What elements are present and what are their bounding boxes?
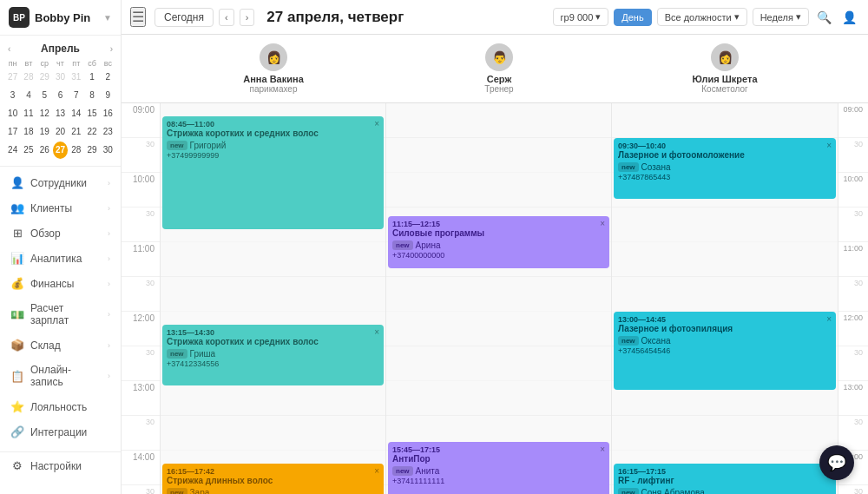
today-btn[interactable]: Сегодня	[155, 8, 214, 27]
staff-avatar-1: 👨	[485, 43, 513, 71]
appointment-b1[interactable]: 11:15—12:15 Силовые программы new Арина …	[388, 216, 609, 268]
sidebar-item-salary[interactable]: 💵 Расчет зарплат ›	[0, 296, 121, 333]
rtime-1230: 30	[838, 346, 868, 381]
sidebar-title: Bobby Pin	[35, 11, 90, 24]
staff-name-1: Серж	[487, 74, 511, 84]
sidebar-item-booking-label: Онлайн-запись	[30, 364, 102, 388]
sidebar-item-integrations[interactable]: 🔗 Интеграции	[0, 419, 121, 445]
sidebar-item-analytics[interactable]: 📊 Аналитика ›	[0, 246, 121, 271]
apt-close-a1[interactable]: ×	[374, 119, 379, 128]
apt-service-b2: АнтиПор	[392, 454, 605, 464]
apt-close-c1[interactable]: ×	[826, 141, 832, 150]
rtime-1130: 30	[838, 277, 868, 312]
apt-close-c2[interactable]: ×	[826, 314, 832, 324]
warehouse-chevron-icon: ›	[108, 341, 110, 350]
hamburger-btn[interactable]: ☰	[130, 7, 146, 27]
analytics-chevron-icon: ›	[108, 254, 110, 263]
toolbar: ☰ Сегодня ‹ › 27 апреля, четверг гр9 000…	[122, 0, 868, 35]
finance-chevron-icon: ›	[108, 280, 110, 288]
apt-phone-b2: +37411111111	[392, 477, 605, 485]
sidebar-item-salary-label: Расчет зарплат	[30, 302, 102, 326]
mini-cal-next-btn[interactable]: ›	[108, 43, 115, 55]
apt-phone-a1: +37499999999	[167, 151, 379, 160]
salary-chevron-icon: ›	[108, 310, 110, 319]
sidebar-item-settings[interactable]: ⚙ Настройки	[0, 451, 121, 478]
mini-cal-days: 27 28 29 30 31 1 2 3 4 5 6 7 8 9 10 11 1…	[5, 69, 115, 159]
apt-service-c2: Лазерное и фотоэпиляция	[618, 324, 832, 334]
time-1130: 30	[122, 277, 160, 312]
appointment-b2[interactable]: 15:45—17:15 АнтиПор new Анита +374111111…	[388, 442, 609, 494]
sidebar-item-overview-label: Обзор	[30, 227, 102, 240]
mini-cal-month: Апрель	[41, 43, 80, 55]
sidebar-item-finance[interactable]: 💰 Финансы ›	[0, 271, 121, 296]
day-view-btn[interactable]: День	[614, 9, 651, 26]
next-day-btn[interactable]: ›	[240, 9, 255, 26]
nav-section: 👤 Сотрудники › 👥 Клиенты › ⊞ Обзор › 📊 А…	[0, 167, 121, 482]
apt-client-name-a1: Григорий	[190, 141, 227, 150]
location-dropdown[interactable]: гр9 000 ▾	[553, 8, 609, 26]
roles-chevron-icon: ▾	[734, 11, 740, 23]
sidebar-item-loyalty[interactable]: ⭐ Лояльность	[0, 394, 121, 419]
week-view-btn[interactable]: Неделя ▾	[753, 8, 809, 26]
sidebar-item-warehouse[interactable]: 📦 Склад ›	[0, 333, 121, 358]
apt-client-a3: new Зара	[167, 488, 379, 494]
appointment-a2[interactable]: 13:15—14:30 Стрижка коротких и средних в…	[162, 325, 384, 385]
search-btn[interactable]: 🔍	[814, 8, 834, 27]
chat-button[interactable]: 💬	[819, 445, 854, 480]
sidebar-item-finance-label: Финансы	[30, 278, 102, 290]
sidebar-item-clients-label: Клиенты	[30, 202, 102, 214]
time-column-right: 09:00 30 10:00 30 11:00 30 12:00 30 13:0…	[838, 103, 868, 494]
toolbar-right: гр9 000 ▾ День Все должности ▾ Неделя ▾ …	[553, 8, 859, 27]
user-profile-btn[interactable]: 👤	[839, 8, 859, 27]
roles-dropdown[interactable]: Все должности ▾	[657, 8, 747, 26]
sidebar-item-loyalty-label: Лояльность	[30, 401, 110, 413]
apt-client-c1: new Созана	[618, 162, 832, 172]
salary-icon: 💵	[10, 308, 24, 321]
apt-time-c1: 09:30—10:40	[618, 142, 666, 150]
finance-icon: 💰	[10, 277, 24, 290]
staff-day-col-1[interactable]: 11:15—12:15 Силовые программы new Арина …	[386, 103, 612, 494]
mini-cal-prev-btn[interactable]: ‹	[5, 43, 13, 55]
booking-icon: 📋	[10, 370, 24, 383]
warehouse-icon: 📦	[10, 339, 24, 352]
staff-name-2: Юлия Шкрета	[692, 74, 757, 84]
apt-close-a2[interactable]: ×	[374, 327, 379, 337]
mini-cal-header: ‹ Апрель ›	[5, 43, 115, 55]
time-1400: 14:00	[122, 451, 160, 485]
chat-icon: 💬	[827, 453, 846, 472]
apt-client-a1: new Григорий	[167, 141, 379, 150]
apt-service-c1: Лазерное и фотоомоложение	[618, 150, 832, 161]
staff-day-col-0[interactable]: 08:45—11:00 Стрижка коротких и средних в…	[161, 103, 386, 494]
apt-service-a3: Стрижка длинных волос	[167, 476, 379, 486]
rtime-0930: 30	[838, 138, 868, 173]
appointment-a3[interactable]: 16:15—17:42 Стрижка длинных волос new За…	[162, 464, 384, 494]
calendar-area[interactable]: 09:00 30 10:00 30 11:00 30 12:00 30 13:0…	[122, 103, 868, 494]
time-1300: 13:00	[122, 381, 160, 416]
appointment-c2[interactable]: 13:00—14:45 Лазерное и фотоэпиляция new …	[614, 312, 836, 390]
apt-close-b2[interactable]: ×	[600, 445, 605, 454]
sidebar-chevron-icon[interactable]: ▼	[103, 13, 112, 23]
apt-close-b1[interactable]: ×	[600, 219, 605, 228]
time-1000: 10:00	[122, 173, 160, 207]
appointment-a1[interactable]: 08:45—11:00 Стрижка коротких и средних в…	[162, 116, 384, 229]
integrations-icon: 🔗	[10, 425, 24, 438]
sidebar-item-booking[interactable]: 📋 Онлайн-запись ›	[0, 358, 121, 394]
staff-day-col-2[interactable]: 09:30—10:40 Лазерное и фотоомоложение ne…	[612, 103, 838, 494]
sidebar-item-employees-label: Сотрудники	[30, 177, 102, 189]
apt-client-b1: new Арина	[392, 240, 605, 250]
sidebar-item-employees[interactable]: 👤 Сотрудники ›	[0, 170, 121, 195]
sidebar-item-overview[interactable]: ⊞ Обзор ›	[0, 221, 121, 246]
appointment-c1[interactable]: 09:30—10:40 Лазерное и фотоомоложение ne…	[614, 138, 836, 199]
rtime-1200: 12:00	[838, 312, 868, 346]
apt-close-a3[interactable]: ×	[374, 466, 379, 476]
rtime-1030: 30	[838, 207, 868, 242]
appointment-c3[interactable]: 16:15—17:15 RF - лифтинг new Соня Абрамо…	[614, 464, 836, 494]
current-date-label: 27 апреля, четверг	[266, 9, 540, 26]
apt-time-c3: 16:15—17:15	[618, 467, 666, 476]
staff-name-0: Анна Вакина	[243, 74, 304, 84]
prev-day-btn[interactable]: ‹	[219, 9, 234, 26]
rtime-1330: 30	[838, 416, 868, 451]
apt-client-b2: new Анита	[392, 466, 605, 476]
time-1200: 12:00	[122, 312, 160, 346]
sidebar-item-clients[interactable]: 👥 Клиенты ›	[0, 195, 121, 221]
